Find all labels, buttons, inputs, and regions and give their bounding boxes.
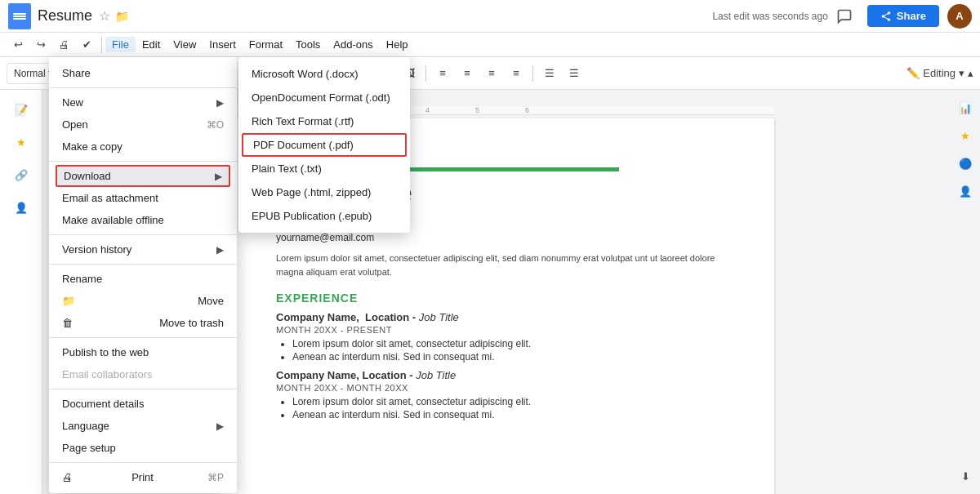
- fm-publish[interactable]: Publish to the web: [49, 341, 237, 363]
- ds-pdf[interactable]: PDF Document (.pdf): [242, 133, 407, 157]
- fm-open[interactable]: Open ⌘O: [49, 113, 237, 136]
- fm-version-history[interactable]: Version history ▶: [49, 238, 237, 260]
- fm-email-label: Email as attachment: [62, 192, 158, 204]
- fm-move[interactable]: 📁 Move: [49, 290, 237, 312]
- download-submenu: Microsoft Word (.docx) OpenDocument Form…: [238, 57, 410, 233]
- fm-open-shortcut: ⌘O: [207, 119, 224, 131]
- fm-email-collab: Email collaborators: [49, 363, 237, 385]
- file-menu-dropdown: Share New ▶ Open ⌘O Make a copy Download…: [49, 57, 237, 493]
- ds-html[interactable]: Web Page (.html, zipped): [238, 180, 410, 204]
- fm-share[interactable]: Share: [49, 62, 237, 84]
- fm-version-history-label: Version history: [62, 243, 131, 256]
- fm-print-icon: 🖨: [62, 471, 73, 483]
- fm-publish-label: Publish to the web: [62, 346, 149, 358]
- fm-sep-7: [49, 462, 237, 463]
- fm-email-collab-label: Email collaborators: [62, 368, 153, 381]
- ds-docx[interactable]: Microsoft Word (.docx): [238, 62, 410, 86]
- fm-version-history-arrow: ▶: [216, 244, 224, 256]
- fm-new-arrow: ▶: [216, 97, 224, 109]
- fm-trash[interactable]: 🗑 Move to trash: [49, 312, 237, 334]
- fm-doc-details[interactable]: Document details: [49, 393, 237, 415]
- fm-share-label: Share: [62, 67, 91, 79]
- fm-trash-icon: 🗑: [62, 317, 73, 329]
- fm-download-arrow: ▶: [215, 171, 222, 182]
- fm-print-label: Print: [131, 471, 154, 483]
- fm-doc-details-label: Document details: [62, 398, 144, 410]
- fm-copy-label: Make a copy: [62, 140, 122, 153]
- fm-new[interactable]: New ▶: [49, 91, 237, 113]
- fm-sep-3: [49, 234, 237, 235]
- ds-txt[interactable]: Plain Text (.txt): [238, 157, 410, 180]
- fm-open-label: Open: [62, 118, 88, 131]
- ds-rtf[interactable]: Rich Text Format (.rtf): [238, 109, 410, 133]
- ds-odt[interactable]: OpenDocument Format (.odt): [238, 86, 410, 109]
- fm-folder-icon: 📁: [62, 295, 75, 307]
- fm-page-setup-label: Page setup: [62, 442, 116, 454]
- fm-offline[interactable]: Make available offline: [49, 209, 237, 231]
- fm-sep-5: [49, 337, 237, 338]
- fm-offline-label: Make available offline: [62, 214, 164, 226]
- fm-sep-4: [49, 264, 237, 265]
- fm-language[interactable]: Language ▶: [49, 415, 237, 437]
- fm-sep-1: [49, 87, 237, 88]
- fm-move-label: Move: [198, 295, 224, 307]
- fm-language-arrow: ▶: [216, 421, 224, 432]
- fm-rename[interactable]: Rename: [49, 268, 237, 290]
- fm-print-shortcut: ⌘P: [207, 472, 224, 483]
- fm-download-label: Download: [64, 170, 111, 182]
- fm-new-label: New: [62, 96, 83, 109]
- fm-download[interactable]: Download ▶: [56, 165, 230, 187]
- ds-epub[interactable]: EPUB Publication (.epub): [238, 204, 410, 228]
- fm-language-label: Language: [62, 420, 109, 432]
- fm-sep-2: [49, 161, 237, 162]
- dropdown-overlay: Share New ▶ Open ⌘O Make a copy Download…: [0, 0, 980, 494]
- fm-page-setup[interactable]: Page setup: [49, 437, 237, 459]
- fm-email[interactable]: Email as attachment: [49, 187, 237, 209]
- fm-sep-6: [49, 389, 237, 389]
- fm-trash-label: Move to trash: [159, 317, 224, 329]
- fm-rename-label: Rename: [62, 273, 102, 285]
- fm-copy[interactable]: Make a copy: [49, 136, 237, 158]
- fm-print[interactable]: 🖨 Print ⌘P: [49, 466, 237, 488]
